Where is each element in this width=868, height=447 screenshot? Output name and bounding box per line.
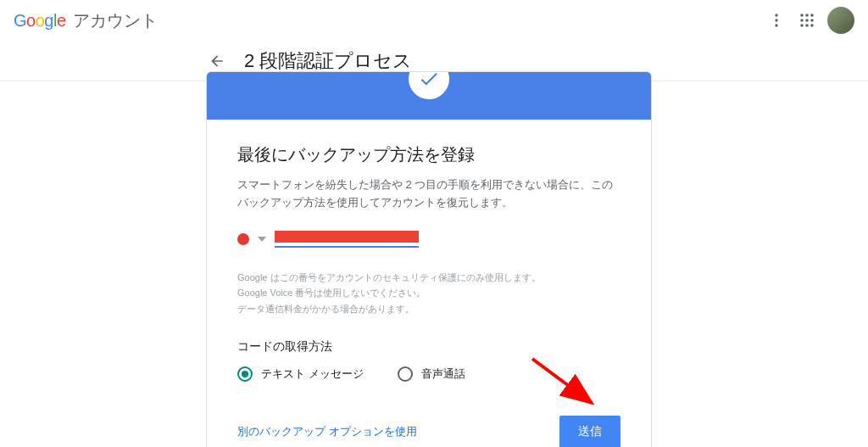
top-bar-right bbox=[766, 7, 854, 34]
svg-point-9 bbox=[800, 24, 804, 27]
country-flag-icon[interactable] bbox=[237, 233, 249, 245]
card-footer: 別のバックアップ オプションを使用 送信 bbox=[237, 416, 620, 447]
page-title: 2 段階認証プロセス bbox=[244, 48, 412, 74]
apps-grid-icon[interactable] bbox=[797, 10, 817, 31]
back-arrow-icon[interactable] bbox=[207, 51, 227, 71]
radio-group: テキスト メッセージ 音声通話 bbox=[237, 366, 620, 382]
card-title: 最後にバックアップ方法を登録 bbox=[237, 143, 620, 166]
svg-point-6 bbox=[800, 19, 804, 22]
account-label: アカウント bbox=[73, 9, 158, 32]
disclaimer-line: Google はこの番号をアカウントのセキュリティ保護にのみ使用します。 bbox=[237, 270, 620, 286]
phone-input-row bbox=[237, 231, 620, 248]
top-bar: Google アカウント bbox=[0, 0, 868, 41]
svg-point-8 bbox=[810, 19, 814, 22]
svg-point-10 bbox=[805, 24, 809, 27]
phone-value-redacted bbox=[275, 231, 419, 243]
card-banner bbox=[207, 72, 651, 120]
top-bar-left: Google アカウント bbox=[14, 9, 158, 32]
svg-point-2 bbox=[775, 24, 777, 26]
svg-point-7 bbox=[805, 19, 809, 22]
submit-button[interactable]: 送信 bbox=[559, 416, 620, 447]
radio-selected-icon bbox=[237, 366, 253, 382]
more-options-icon[interactable] bbox=[766, 10, 787, 31]
svg-point-0 bbox=[775, 14, 777, 16]
radio-label: 音声通話 bbox=[421, 366, 465, 382]
disclaimer-text: Google はこの番号をアカウントのセキュリティ保護にのみ使用します。 Goo… bbox=[237, 270, 620, 317]
svg-point-1 bbox=[775, 19, 777, 21]
alt-backup-link[interactable]: 別のバックアップ オプションを使用 bbox=[237, 424, 417, 439]
main-card: 最後にバックアップ方法を登録 スマートフォンを紛失した場合や 2 つ目の手順を利… bbox=[206, 71, 652, 447]
chevron-down-icon[interactable] bbox=[258, 237, 266, 242]
svg-point-11 bbox=[810, 24, 814, 27]
radio-unselected-icon bbox=[398, 366, 413, 382]
disclaimer-line: データ通信料金がかかる場合があります。 bbox=[237, 301, 620, 317]
svg-point-4 bbox=[805, 14, 809, 17]
radio-label: テキスト メッセージ bbox=[261, 366, 364, 382]
card-body: 最後にバックアップ方法を登録 スマートフォンを紛失した場合や 2 つ目の手順を利… bbox=[207, 120, 651, 447]
card-description: スマートフォンを紛失した場合や 2 つ目の手順を利用できない場合に、このバックア… bbox=[237, 176, 620, 212]
radio-option-text[interactable]: テキスト メッセージ bbox=[237, 366, 364, 382]
google-logo: Google bbox=[14, 11, 66, 31]
avatar[interactable] bbox=[827, 7, 854, 34]
disclaimer-line: Google Voice 番号は使用しないでください。 bbox=[237, 285, 620, 301]
svg-point-5 bbox=[810, 14, 814, 17]
svg-point-3 bbox=[800, 14, 804, 17]
check-circle-icon bbox=[409, 71, 449, 99]
radio-option-voice[interactable]: 音声通話 bbox=[398, 366, 465, 382]
phone-input[interactable] bbox=[275, 231, 427, 248]
phone-underline bbox=[275, 246, 419, 248]
method-title: コードの取得方法 bbox=[237, 339, 620, 355]
